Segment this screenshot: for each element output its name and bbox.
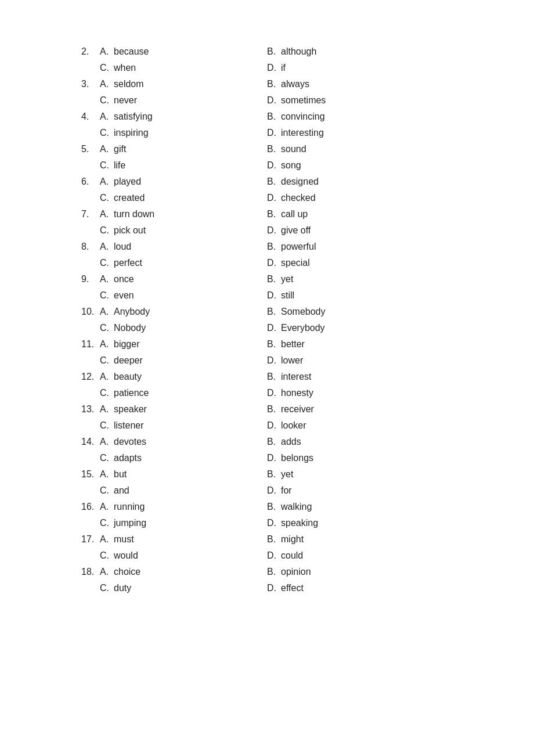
option-label: C.	[100, 128, 114, 138]
option-text: give off	[281, 225, 311, 236]
option-label: A.	[100, 79, 114, 89]
question-block: 5.A.giftB.soundC.lifeD.song	[81, 144, 453, 171]
question-row: C.inspiringD.interesting	[81, 128, 453, 138]
question-row: C.listenerD.looker	[81, 420, 453, 431]
option-label: D.	[267, 258, 281, 268]
option-text: although	[281, 46, 316, 57]
question-row: C.andD.for	[81, 485, 453, 496]
option-label: B.	[267, 177, 281, 187]
option-text: convincing	[281, 111, 325, 122]
option-left: C.jumping	[81, 518, 267, 528]
option-label: B.	[267, 274, 281, 285]
question-number: 14.	[81, 437, 100, 447]
option-text: devotes	[114, 437, 146, 447]
option-text: might	[281, 534, 304, 545]
question-number: 15.	[81, 469, 100, 480]
option-left: 11.A.bigger	[81, 339, 267, 350]
option-text: would	[114, 550, 138, 561]
question-row: 5.A.giftB.sound	[81, 144, 453, 154]
option-text: checked	[281, 193, 316, 203]
option-text: interesting	[281, 128, 324, 138]
option-label: D.	[267, 128, 281, 138]
option-right: D.special	[267, 258, 453, 268]
option-label: C.	[100, 355, 114, 366]
option-label: C.	[100, 290, 114, 301]
option-right: D.honesty	[267, 388, 453, 398]
option-label: D.	[267, 420, 281, 431]
option-label: D.	[267, 290, 281, 301]
option-label: B.	[267, 111, 281, 122]
option-text: patience	[114, 388, 149, 398]
option-text: designed	[281, 177, 319, 187]
option-left: 10.A.Anybody	[81, 307, 267, 317]
question-block: 17.A.mustB.mightC.wouldD.could	[81, 534, 453, 561]
option-label: C.	[100, 388, 114, 398]
option-label: D.	[267, 355, 281, 366]
option-text: played	[114, 177, 141, 187]
option-label: C.	[100, 323, 114, 333]
option-text: honesty	[281, 388, 313, 398]
option-label: B.	[267, 307, 281, 317]
option-text: because	[114, 46, 149, 57]
option-right: D.give off	[267, 225, 453, 236]
option-left: 7.A.turn down	[81, 209, 267, 219]
option-left: 8.A.loud	[81, 242, 267, 252]
option-label: A.	[100, 404, 114, 415]
option-label: C.	[100, 453, 114, 463]
question-block: 16.A.runningB.walkingC.jumpingD.speaking	[81, 502, 453, 528]
option-text: when	[114, 63, 136, 73]
option-label: C.	[100, 583, 114, 593]
option-label: A.	[100, 144, 114, 154]
option-text: song	[281, 160, 301, 171]
option-text: once	[114, 274, 134, 285]
question-number: 3.	[81, 79, 100, 89]
option-text: must	[114, 534, 134, 545]
option-text: never	[114, 95, 137, 106]
question-row: 13.A.speakerB.receiver	[81, 404, 453, 415]
option-label: D.	[267, 518, 281, 528]
option-text: Anybody	[114, 307, 150, 317]
question-block: 8.A.loudB.powerfulC.perfectD.special	[81, 242, 453, 268]
option-label: A.	[100, 46, 114, 57]
question-row: 7.A.turn downB.call up	[81, 209, 453, 219]
option-text: Nobody	[114, 323, 146, 333]
question-block: 7.A.turn downB.call upC.pick outD.give o…	[81, 209, 453, 236]
option-text: Everybody	[281, 323, 325, 333]
option-text: satisfying	[114, 111, 153, 122]
option-label: D.	[267, 160, 281, 171]
option-label: C.	[100, 518, 114, 528]
option-label: C.	[100, 160, 114, 171]
questions-list: 2.A.becauseB.althoughC.whenD.if3.A.seldo…	[81, 46, 453, 593]
option-right: D.still	[267, 290, 453, 301]
option-label: A.	[100, 469, 114, 480]
question-number: 7.	[81, 209, 100, 219]
option-left: C.would	[81, 550, 267, 561]
main-content: 2.A.becauseB.althoughC.whenD.if3.A.seldo…	[0, 0, 534, 646]
option-left: 13.A.speaker	[81, 404, 267, 415]
question-row: 11.A.biggerB.better	[81, 339, 453, 350]
option-left: 4.A.satisfying	[81, 111, 267, 122]
option-text: belongs	[281, 453, 313, 463]
option-label: A.	[100, 567, 114, 577]
question-row: C.pick outD.give off	[81, 225, 453, 236]
option-text: lower	[281, 355, 303, 366]
option-left: C.never	[81, 95, 267, 106]
question-row: 2.A.becauseB.although	[81, 46, 453, 57]
option-text: seldom	[114, 79, 144, 89]
option-left: 9.A.once	[81, 274, 267, 285]
option-text: loud	[114, 242, 131, 252]
question-number: 16.	[81, 502, 100, 512]
option-label: B.	[267, 46, 281, 57]
option-label: D.	[267, 323, 281, 333]
option-label: C.	[100, 95, 114, 106]
option-left: C.and	[81, 485, 267, 496]
option-left: 2.A.because	[81, 46, 267, 57]
option-left: C.life	[81, 160, 267, 171]
question-row: 6.A.playedB.designed	[81, 177, 453, 187]
option-label: C.	[100, 193, 114, 203]
option-left: C.Nobody	[81, 323, 267, 333]
option-right: B.call up	[267, 209, 453, 219]
option-text: yet	[281, 274, 293, 285]
option-text: opinion	[281, 567, 311, 577]
option-text: inspiring	[114, 128, 149, 138]
